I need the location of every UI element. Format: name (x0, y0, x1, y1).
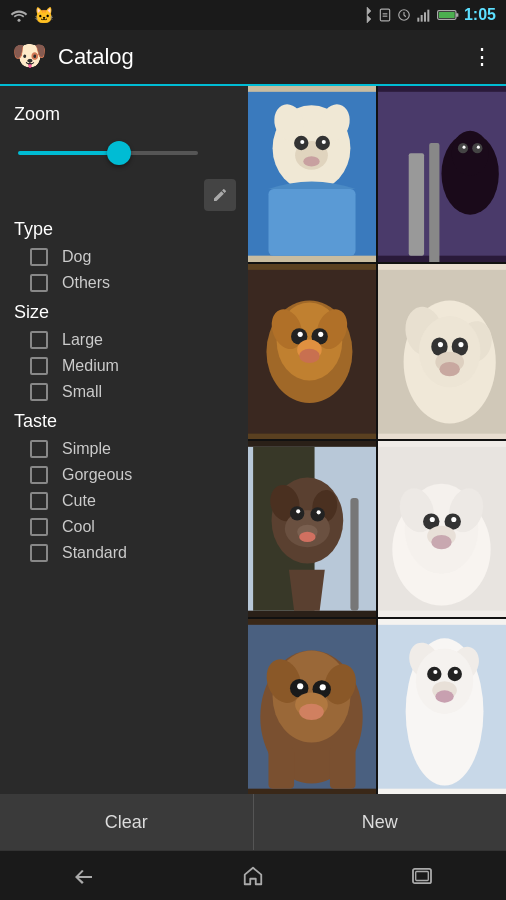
app-title: Catalog (58, 44, 471, 70)
taste-standard-checkbox[interactable] (30, 544, 48, 562)
svg-point-85 (297, 683, 303, 689)
taste-gorgeous-item[interactable]: Gorgeous (30, 466, 236, 484)
cat-icon: 🐱 (34, 6, 54, 25)
svg-point-74 (430, 517, 435, 522)
clear-button[interactable]: Clear (0, 794, 254, 850)
zoom-section: Zoom (14, 104, 236, 169)
taste-cool-item[interactable]: Cool (30, 518, 236, 536)
svg-point-42 (299, 348, 319, 362)
battery-icon (437, 8, 459, 22)
dog-photo-3 (248, 264, 376, 440)
size-label: Size (14, 302, 236, 323)
svg-rect-8 (427, 10, 429, 22)
svg-rect-11 (439, 12, 455, 18)
size-section: Size Large Medium Small (14, 302, 236, 401)
svg-point-86 (320, 684, 326, 690)
taste-cool-checkbox[interactable] (30, 518, 48, 536)
type-dog-item[interactable]: Dog (30, 248, 236, 266)
svg-rect-5 (417, 18, 419, 22)
dog-photo-4 (378, 264, 506, 440)
type-dog-checkbox[interactable] (30, 248, 48, 266)
taste-simple-item[interactable]: Simple (30, 440, 236, 458)
size-small-label: Small (62, 383, 102, 401)
svg-rect-66 (350, 498, 358, 611)
type-others-checkbox[interactable] (30, 274, 48, 292)
svg-rect-89 (268, 747, 294, 788)
image-grid (248, 86, 506, 794)
svg-point-88 (299, 703, 324, 719)
sim-icon (378, 8, 392, 22)
wifi-icon (10, 8, 28, 22)
edit-button[interactable] (204, 179, 236, 211)
status-time: 1:05 (464, 6, 496, 24)
size-medium-item[interactable]: Medium (30, 357, 236, 375)
alarm-icon (397, 8, 411, 22)
svg-point-61 (310, 507, 324, 521)
dog-photo-1 (248, 86, 376, 262)
svg-point-20 (322, 140, 326, 144)
svg-rect-90 (330, 745, 356, 788)
back-button[interactable] (59, 858, 109, 894)
svg-rect-31 (409, 153, 424, 255)
taste-cute-label: Cute (62, 492, 96, 510)
grid-cell-3[interactable] (248, 264, 376, 440)
grid-cell-5[interactable] (248, 441, 376, 617)
taste-cute-item[interactable]: Cute (30, 492, 236, 510)
svg-point-39 (298, 331, 303, 336)
grid-cell-4[interactable] (378, 264, 506, 440)
app-bar: 🐶 Catalog ⋮ (0, 30, 506, 86)
home-icon (242, 865, 264, 887)
taste-simple-checkbox[interactable] (30, 440, 48, 458)
svg-point-51 (458, 342, 463, 347)
size-large-checkbox[interactable] (30, 331, 48, 349)
taste-label: Taste (14, 411, 236, 432)
svg-point-96 (427, 666, 441, 680)
sidebar: Zoom Type Dog Others (0, 86, 248, 794)
size-small-item[interactable]: Small (30, 383, 236, 401)
grid-cell-1[interactable] (248, 86, 376, 262)
signal-icon (416, 8, 432, 22)
grid-cell-8[interactable] (378, 619, 506, 795)
zoom-slider[interactable] (18, 151, 198, 155)
svg-point-60 (290, 506, 304, 520)
pencil-icon (212, 187, 228, 203)
back-icon (72, 866, 96, 886)
size-small-checkbox[interactable] (30, 383, 48, 401)
recents-button[interactable] (397, 858, 447, 894)
svg-rect-10 (456, 13, 458, 17)
grid-cell-6[interactable] (378, 441, 506, 617)
grid-cell-2[interactable] (378, 86, 506, 262)
taste-cute-checkbox[interactable] (30, 492, 48, 510)
size-large-item[interactable]: Large (30, 331, 236, 349)
size-medium-checkbox[interactable] (30, 357, 48, 375)
svg-point-28 (462, 146, 465, 149)
dog-photo-5 (248, 441, 376, 617)
taste-cool-label: Cool (62, 518, 95, 536)
svg-point-63 (317, 510, 321, 514)
new-button[interactable]: New (254, 794, 507, 850)
bottom-actions: Clear New (0, 794, 506, 850)
taste-simple-label: Simple (62, 440, 111, 458)
grid-cell-7[interactable] (248, 619, 376, 795)
svg-point-62 (296, 509, 300, 513)
size-medium-label: Medium (62, 357, 119, 375)
bluetooth-icon (361, 6, 373, 24)
zoom-thumb[interactable] (107, 141, 131, 165)
edit-icon-container (14, 179, 236, 211)
dog-photo-7 (248, 619, 376, 795)
svg-point-98 (433, 669, 437, 673)
svg-point-0 (18, 19, 21, 22)
taste-standard-label: Standard (62, 544, 127, 562)
type-label: Type (14, 219, 236, 240)
taste-standard-item[interactable]: Standard (30, 544, 236, 562)
type-section: Type Dog Others (14, 219, 236, 292)
dog-photo-8 (378, 619, 506, 795)
taste-gorgeous-checkbox[interactable] (30, 466, 48, 484)
home-button[interactable] (228, 858, 278, 894)
app-logo: 🐶 (12, 39, 48, 75)
status-left: 🐱 (10, 6, 54, 25)
svg-point-40 (318, 331, 323, 336)
type-others-item[interactable]: Others (30, 274, 236, 292)
overflow-menu-button[interactable]: ⋮ (471, 44, 494, 70)
status-right: 1:05 (361, 6, 496, 24)
